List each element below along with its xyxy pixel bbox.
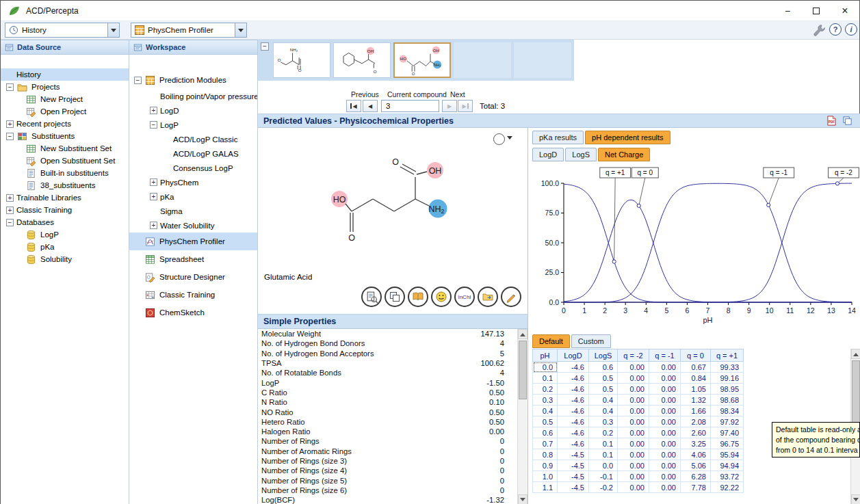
table-cell[interactable]: -4.6 xyxy=(558,362,589,373)
column-header-q-0[interactable]: q = 0 xyxy=(681,349,711,362)
tab-net-charge[interactable]: Net Charge xyxy=(598,148,650,161)
table-cell[interactable]: 0.00 xyxy=(618,471,649,482)
tree-item-acd-logp-classic[interactable]: ACD/LogP Classic xyxy=(129,132,257,146)
tree-item-consensus-logp[interactable]: Consensus LogP xyxy=(129,161,257,175)
tools-icon[interactable] xyxy=(812,23,826,37)
table-cell[interactable]: 0.1 xyxy=(589,449,618,460)
table-cell[interactable]: 3.25 xyxy=(681,438,711,449)
tree-collapse-icon[interactable]: − xyxy=(150,121,157,129)
tree-item-logd[interactable]: +LogD xyxy=(129,103,257,118)
tree-item-classic-training[interactable]: +Classic Training xyxy=(1,204,129,216)
table-cell[interactable]: 0.00 xyxy=(649,406,681,416)
table-cell[interactable]: 0.6 xyxy=(533,427,558,438)
table-cell[interactable]: 0.00 xyxy=(618,373,649,384)
table-cell[interactable]: -4.6 xyxy=(558,427,589,438)
tree-item-databases[interactable]: −Databases xyxy=(1,216,129,228)
table-cell[interactable]: 0.00 xyxy=(649,427,681,438)
table-cell[interactable]: -4.5 xyxy=(558,482,589,493)
tree-collapse-icon[interactable]: − xyxy=(6,83,14,91)
scroll-down-button[interactable] xyxy=(851,494,860,504)
table-cell[interactable]: 0.5 xyxy=(533,416,558,427)
table-cell[interactable]: 0.84 xyxy=(681,373,711,384)
tree-collapse-icon[interactable]: − xyxy=(6,219,14,226)
table-cell[interactable]: -0.1 xyxy=(589,471,618,482)
display-options-button[interactable] xyxy=(493,133,512,145)
table-cell[interactable]: 0.3 xyxy=(533,395,558,406)
module-combobox[interactable]: PhysChem Profiler xyxy=(131,23,247,38)
table-cell[interactable]: 0.00 xyxy=(618,362,649,373)
minimize-button[interactable]: − xyxy=(773,1,802,21)
table-cell[interactable]: 0.00 xyxy=(649,362,681,373)
table-cell[interactable]: 0.00 xyxy=(618,384,649,395)
reference-book-button[interactable] xyxy=(408,287,428,307)
tree-expand-icon[interactable]: + xyxy=(6,120,14,128)
tree-collapse-icon[interactable]: − xyxy=(6,133,14,140)
tree-item-boiling-point-vapor-pressure[interactable]: Boiling point/Vapor pressure xyxy=(129,89,257,103)
previous-compound-button[interactable]: ◀ xyxy=(363,100,378,112)
scroll-down-button[interactable] xyxy=(518,494,527,504)
table-cell[interactable]: 0.5 xyxy=(589,384,618,395)
table-cell[interactable]: 2.08 xyxy=(681,416,711,427)
tab-ph-dependent-results[interactable]: pH dependent results xyxy=(585,131,670,144)
table-cell[interactable]: -4.6 xyxy=(558,406,589,416)
table-cell[interactable]: 0.4 xyxy=(589,395,618,406)
table-cell[interactable]: 0.00 xyxy=(649,373,681,384)
table-cell[interactable]: 0.00 xyxy=(618,395,649,406)
tree-expand-icon[interactable]: + xyxy=(150,193,157,200)
table-cell[interactable]: 0.5 xyxy=(589,373,618,384)
tree-expand-icon[interactable]: + xyxy=(6,207,14,214)
tree-item-sigma[interactable]: Sigma xyxy=(129,204,257,218)
table-cell[interactable]: -0.2 xyxy=(589,482,618,493)
table-cell[interactable]: 98.68 xyxy=(711,395,744,406)
help-icon[interactable]: ? xyxy=(829,23,843,37)
table-cell[interactable]: 2.60 xyxy=(681,427,711,438)
table-cell[interactable]: 0.00 xyxy=(649,460,681,471)
tree-item-pka[interactable]: pKa xyxy=(1,241,129,253)
table-cell[interactable]: 0.67 xyxy=(681,362,711,373)
tree-item-projects[interactable]: −Projects xyxy=(1,81,129,93)
tree-expand-icon[interactable]: + xyxy=(6,194,14,202)
tree-item-spreadsheet[interactable]: Spreadsheet xyxy=(129,250,257,268)
table-cell[interactable]: 0.00 xyxy=(649,471,681,482)
tree-item-history[interactable]: History xyxy=(1,68,129,81)
smiley-button[interactable] xyxy=(431,287,452,307)
report-button[interactable] xyxy=(361,287,382,307)
tree-item-new-project[interactable]: New Project xyxy=(1,93,129,105)
table-cell[interactable]: 0.3 xyxy=(589,416,618,427)
export-button[interactable] xyxy=(478,287,498,307)
scrollbar-thumb[interactable] xyxy=(519,341,527,399)
scrollbar-thumb[interactable] xyxy=(852,360,860,426)
tab-default[interactable]: Default xyxy=(532,334,570,348)
table-cell[interactable]: 98.34 xyxy=(711,406,744,416)
copy-report-icon[interactable] xyxy=(842,116,852,126)
column-header-q-2[interactable]: q = -2 xyxy=(618,349,649,362)
table-cell[interactable]: -4.6 xyxy=(558,416,589,427)
table-cell[interactable]: 98.95 xyxy=(711,384,744,395)
table-cell[interactable]: 0.00 xyxy=(649,438,681,449)
tree-expand-icon[interactable]: + xyxy=(150,222,157,229)
tree-item-solubility[interactable]: Solubility xyxy=(1,253,129,265)
table-cell[interactable]: 0.00 xyxy=(618,449,649,460)
table-cell[interactable]: 1.1 xyxy=(533,482,558,493)
table-cell[interactable]: 0.9 xyxy=(533,460,558,471)
tree-item-chemsketch[interactable]: ChemSketch xyxy=(129,304,257,321)
column-header-q-1[interactable]: q = -1 xyxy=(649,349,681,362)
table-cell[interactable]: 97.40 xyxy=(711,427,744,438)
table-cell[interactable]: 0.7 xyxy=(533,438,558,449)
tree-item-38-substituents[interactable]: 38_substituents xyxy=(1,179,129,191)
history-combobox[interactable]: History xyxy=(5,23,120,38)
tree-item-substituents[interactable]: −Substituents xyxy=(1,130,129,142)
table-cell[interactable]: 95.94 xyxy=(711,449,744,460)
table-cell[interactable]: 0.0 xyxy=(589,460,618,471)
table-cell[interactable]: 0.00 xyxy=(618,406,649,416)
table-cell[interactable]: 6.28 xyxy=(681,471,711,482)
first-compound-button[interactable]: ◀ xyxy=(346,100,361,112)
table-cell[interactable]: 1.0 xyxy=(533,471,558,482)
tree-expand-icon[interactable]: + xyxy=(150,107,157,114)
last-compound-button[interactable]: ▶ xyxy=(458,100,473,112)
next-compound-button[interactable]: ▶ xyxy=(442,100,457,112)
table-cell[interactable]: 0.1 xyxy=(589,438,618,449)
table-cell[interactable]: 0.00 xyxy=(618,482,649,493)
tree-item-prediction-modules[interactable]: −Prediction Modules xyxy=(129,71,257,89)
tree-item-built-in-substituents[interactable]: Built-in substituents xyxy=(1,167,129,179)
